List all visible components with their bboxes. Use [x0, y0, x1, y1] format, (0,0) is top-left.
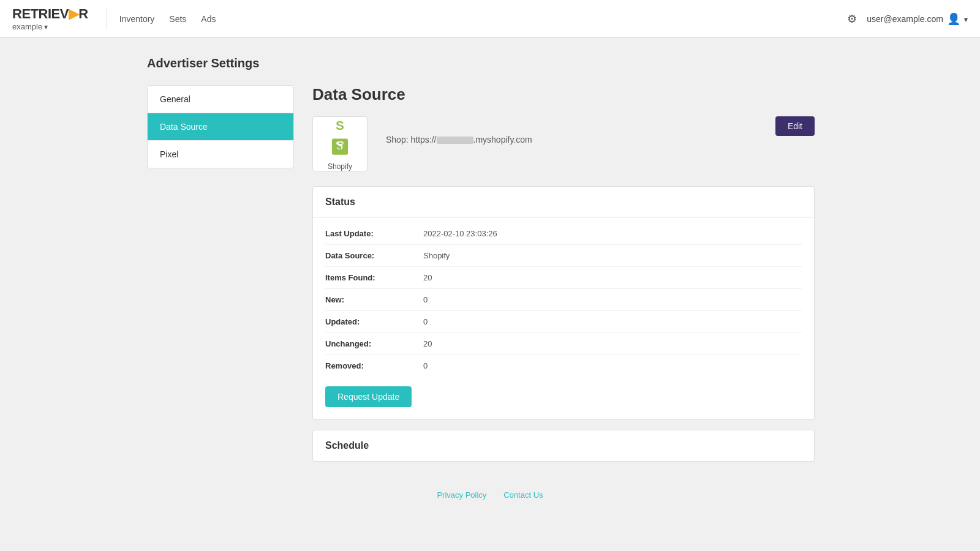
- shopify-label: Shopify: [328, 162, 352, 171]
- main-content: Data Source S S Shopify: [294, 85, 833, 462]
- status-value-new: 0: [423, 295, 428, 304]
- shopify-section: S S Shopify Shop: https://.myshopify.com: [312, 116, 815, 171]
- status-label-items-found: Items Found:: [325, 273, 423, 282]
- status-label-new: New:: [325, 295, 423, 304]
- status-value-removed: 0: [423, 361, 428, 370]
- page-title: Advertiser Settings: [147, 56, 833, 70]
- gear-icon[interactable]: ⚙: [847, 12, 857, 26]
- status-row-data-source: Data Source: Shopify: [325, 245, 802, 267]
- user-email: user@example.com: [867, 14, 943, 24]
- nav-divider: [107, 8, 107, 30]
- schedule-card: Schedule: [312, 430, 815, 462]
- shop-url-redacted: [437, 137, 473, 144]
- svg-text:S: S: [336, 118, 344, 132]
- status-row-updated: Updated: 0: [325, 311, 802, 333]
- brand-dropdown-chevron: [44, 22, 48, 31]
- content-layout: General Data Source Pixel Data Source S: [147, 85, 833, 462]
- status-value-items-found: 20: [423, 273, 432, 282]
- shopify-logo-icon: S: [326, 117, 353, 135]
- nav-links: Inventory Sets Ads: [119, 14, 216, 24]
- status-label-data-source: Data Source:: [325, 251, 423, 260]
- shopify-logo-card: S S Shopify: [312, 116, 368, 171]
- user-dropdown-chevron: [964, 14, 968, 24]
- status-value-unchanged: 20: [423, 339, 432, 348]
- user-menu[interactable]: user@example.com 👤: [867, 12, 968, 26]
- page-container: Advertiser Settings General Data Source …: [123, 38, 858, 528]
- status-value-updated: 0: [423, 317, 428, 326]
- svg-text:S: S: [337, 139, 343, 151]
- nav-link-sets[interactable]: Sets: [169, 14, 186, 24]
- request-update-button[interactable]: Request Update: [325, 386, 412, 407]
- status-body: Last Update: 2022-02-10 23:03:26 Data So…: [313, 218, 814, 419]
- status-card: Status Last Update: 2022-02-10 23:03:26 …: [312, 186, 815, 420]
- status-label-updated: Updated:: [325, 317, 423, 326]
- status-row-removed: Removed: 0: [325, 355, 802, 377]
- section-title: Data Source: [312, 85, 815, 104]
- brand: RETRIEV▶R example: [12, 6, 88, 31]
- shop-url-section: Shop: https://.myshopify.com: [386, 116, 532, 144]
- nav-link-inventory[interactable]: Inventory: [119, 14, 155, 24]
- shop-prefix: https://: [410, 135, 436, 144]
- edit-button[interactable]: Edit: [775, 116, 815, 136]
- status-value-data-source: Shopify: [423, 251, 450, 260]
- status-label-unchanged: Unchanged:: [325, 339, 423, 348]
- shopify-bag-icon: S: [325, 137, 355, 156]
- navbar-right: ⚙ user@example.com 👤: [847, 12, 968, 26]
- status-label-removed: Removed:: [325, 361, 423, 370]
- sidebar-item-data-source[interactable]: Data Source: [148, 113, 293, 141]
- sidebar-item-pixel[interactable]: Pixel: [148, 141, 293, 168]
- status-row-unchanged: Unchanged: 20: [325, 333, 802, 355]
- status-row-items-found: Items Found: 20: [325, 267, 802, 289]
- footer: Privacy Policy Contact Us: [147, 480, 833, 509]
- shop-label: Shop:: [386, 135, 409, 144]
- sidebar-item-general[interactable]: General: [148, 86, 293, 113]
- brand-name[interactable]: example: [12, 22, 88, 31]
- status-value-last-update: 2022-02-10 23:03:26: [423, 229, 497, 238]
- footer-contact-us[interactable]: Contact Us: [503, 490, 543, 500]
- schedule-header: Schedule: [313, 430, 814, 461]
- user-avatar-icon: 👤: [947, 12, 960, 26]
- brand-logo: RETRIEV▶R: [12, 6, 88, 22]
- status-row-last-update: Last Update: 2022-02-10 23:03:26: [325, 223, 802, 245]
- navbar: RETRIEV▶R example Inventory Sets Ads ⚙ u…: [0, 0, 980, 38]
- status-header: Status: [313, 187, 814, 218]
- sidebar: General Data Source Pixel: [147, 85, 294, 168]
- status-label-last-update: Last Update:: [325, 229, 423, 238]
- brand-logo-accent: ▶: [69, 6, 79, 21]
- brand-name-text: example: [12, 22, 42, 31]
- status-row-new: New: 0: [325, 289, 802, 311]
- shop-suffix: .myshopify.com: [473, 135, 532, 144]
- footer-privacy-policy[interactable]: Privacy Policy: [437, 490, 486, 500]
- nav-link-ads[interactable]: Ads: [201, 14, 216, 24]
